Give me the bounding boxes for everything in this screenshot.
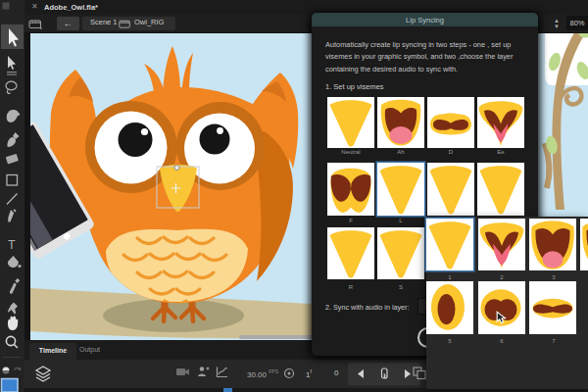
svg-text:T: T (8, 238, 16, 252)
